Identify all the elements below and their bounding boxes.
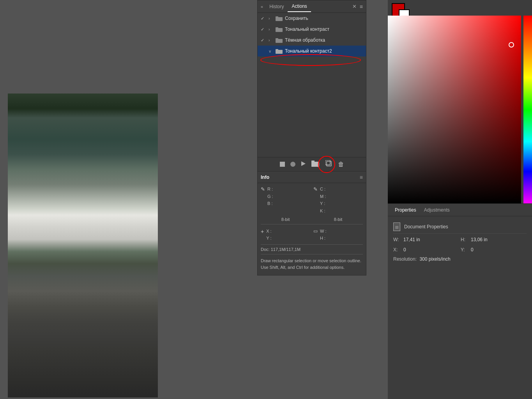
tab-actions[interactable]: Actions: [288, 1, 311, 12]
y-value: 0: [471, 247, 527, 252]
y-row: Y :: [320, 200, 326, 207]
xy-section: + X : Y :: [261, 228, 310, 242]
action-item-3[interactable]: ✓ › Тёмная обработка: [258, 35, 366, 46]
check-3: ✓: [261, 38, 266, 43]
canvas-area: [0, 0, 257, 399]
close-icon[interactable]: ✕: [352, 4, 357, 9]
photo-image: [8, 94, 158, 397]
eyedropper-icon: ✎: [261, 186, 265, 215]
double-arrow-icon[interactable]: «: [261, 4, 263, 9]
c-row: C :: [320, 185, 326, 193]
actions-list: ✓ › Сохранить ✓ ›: [258, 13, 366, 158]
h-row: H :: [320, 235, 327, 242]
action-item-1[interactable]: ✓ › Сохранить: [258, 13, 366, 24]
width-value: 17,41 in: [403, 237, 459, 242]
folder-icon-2: [276, 26, 283, 32]
panel-header: « History Actions ✕ ≡: [258, 0, 366, 13]
svg-rect-12: [327, 161, 331, 166]
properties-panel-header: Properties Adjustments: [388, 204, 532, 216]
height-value: 13,06 in: [471, 237, 527, 242]
tab-adjustments[interactable]: Adjustments: [420, 205, 454, 215]
trash-button[interactable]: 🗑: [338, 161, 344, 168]
record-button[interactable]: [290, 162, 295, 167]
svg-rect-7: [276, 49, 278, 51]
rgb-values: R : G : B :: [267, 185, 273, 215]
chevron-4: ∨: [269, 49, 273, 53]
info-divider-3: [261, 254, 363, 254]
resolution-value: 300 pixels/inch: [419, 256, 450, 262]
folder-icon-3: [276, 37, 283, 43]
resolution-label: Resolution:: [393, 256, 417, 262]
action-item-2[interactable]: ✓ › Тональный контраст: [258, 24, 366, 35]
xywh-row: + X : Y : ▭ W : H :: [258, 226, 366, 244]
chevron-3: ›: [269, 38, 273, 42]
info-panel: Info ≡ ✎ R : G : B : ✎ C : M : Y :: [257, 171, 366, 275]
g-row: G :: [267, 193, 273, 200]
rect-icon: ▭: [313, 228, 318, 242]
tab-history[interactable]: History: [265, 2, 288, 12]
stop-button[interactable]: [280, 162, 285, 167]
x-label: X:: [393, 247, 402, 252]
info-menu-icon[interactable]: ≡: [360, 174, 363, 180]
color-gradient-area[interactable]: [388, 16, 521, 203]
svg-rect-3: [276, 27, 278, 29]
action-name-4: Тональный контраст2: [285, 48, 332, 54]
properties-content: ▤ Document Properties W: 17,41 in H: 13,…: [388, 216, 532, 268]
gradient-picker-circle: [509, 42, 514, 48]
w-row: W :: [320, 228, 327, 235]
y-label: Y:: [461, 247, 469, 252]
crosshair-icon: +: [261, 228, 264, 242]
wh-values: W : H :: [320, 228, 327, 242]
y-row: Y :: [266, 235, 271, 242]
folder-icon-1: [276, 16, 283, 21]
action-name-3: Тёмная обработка: [285, 37, 325, 43]
tab-properties[interactable]: Properties: [391, 205, 420, 215]
hue-slider[interactable]: [523, 16, 532, 203]
height-label: H:: [461, 237, 469, 242]
folder-icon-4: [276, 48, 283, 54]
photo-container: [8, 94, 158, 397]
wh-section: ▭ W : H :: [313, 228, 363, 242]
doc-icon: ▤: [393, 222, 400, 231]
r-row: R :: [267, 185, 273, 193]
doc-properties-row[interactable]: ▤ Document Properties: [393, 220, 527, 234]
svg-marker-8: [301, 161, 306, 166]
x-row: X :: [266, 228, 271, 235]
chevron-2: ›: [269, 27, 273, 32]
help-text: Draw rectangular selection or move selec…: [258, 256, 366, 272]
action-name-2: Тональный контраст: [285, 26, 329, 32]
new-folder-button[interactable]: +: [311, 160, 320, 169]
m-row: M :: [320, 193, 326, 200]
b-row: B :: [267, 200, 273, 207]
xy-props-row: X: 0 Y: 0: [393, 245, 527, 254]
svg-text:+: +: [317, 164, 319, 168]
svg-rect-10: [311, 161, 315, 162]
resolution-row: Resolution: 300 pixels/inch: [393, 254, 527, 264]
svg-rect-5: [276, 38, 278, 40]
eyedropper2-icon: ✎: [313, 186, 318, 215]
panel-menu-icon[interactable]: ≡: [360, 4, 363, 10]
color-picker-panel: [388, 0, 532, 203]
info-panel-header: Info ≡: [258, 171, 366, 183]
info-tab-label[interactable]: Info: [261, 175, 269, 180]
action-name-1: Сохранить: [285, 16, 308, 21]
properties-panel: Properties Adjustments ▤ Document Proper…: [388, 203, 532, 399]
play-button[interactable]: [301, 161, 306, 168]
k-row: K :: [320, 207, 326, 215]
cmyk-section: ✎ C : M : Y : K :: [313, 185, 363, 215]
svg-rect-1: [276, 16, 278, 18]
duplicate-button[interactable]: [325, 160, 332, 168]
actions-panel-wrapper: « History Actions ✕ ≡ ✓ › Сохранить: [257, 0, 366, 275]
action-item-4[interactable]: ∨ Тональный контраст2: [258, 46, 366, 56]
cmyk-values: C : M : Y : K :: [320, 185, 326, 215]
info-divider-1: [261, 224, 363, 224]
color-gradient: [388, 16, 521, 203]
check-1: ✓: [261, 16, 266, 21]
bit-depth-left: 8-bit: [261, 217, 310, 222]
check-2: ✓: [261, 27, 266, 32]
svg-rect-13: [325, 160, 330, 165]
xy-values: X : Y :: [266, 228, 271, 242]
doc-properties-label: Document Properties: [404, 224, 448, 230]
bit-depth-right: 8-bit: [313, 217, 363, 222]
actions-toolbar: + 🗑: [258, 157, 366, 171]
